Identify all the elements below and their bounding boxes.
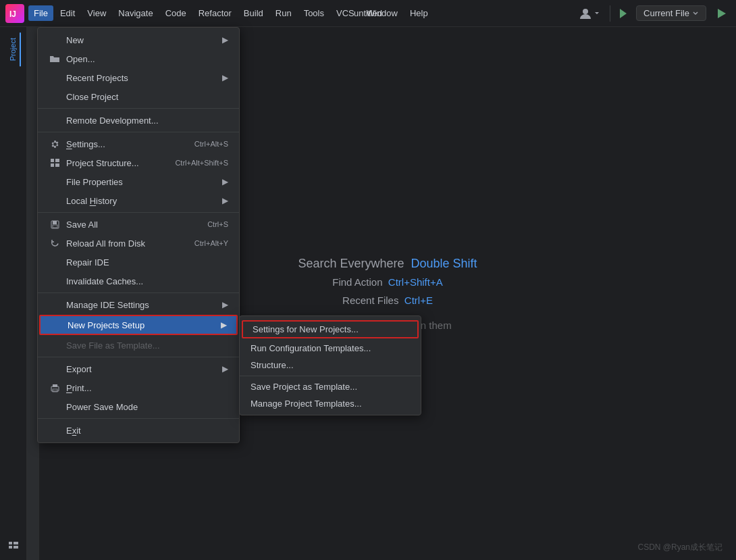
svg-marker-2 bbox=[718, 9, 726, 18]
menu-item-open[interactable]: Open... bbox=[38, 49, 239, 68]
svg-rect-10 bbox=[55, 163, 59, 167]
menu-run[interactable]: Run bbox=[270, 5, 297, 21]
run-button[interactable] bbox=[712, 4, 731, 23]
menu-item-manage-project-templates[interactable]: Manage Project Templates... bbox=[240, 395, 421, 412]
menu-item-save-file-template: Save File as Template... bbox=[38, 336, 239, 355]
separator-3 bbox=[38, 212, 239, 213]
menu-item-new[interactable]: New ▶ bbox=[38, 30, 239, 49]
submenu-arrow: ▶ bbox=[222, 73, 228, 82]
menu-item-new-projects-setup[interactable]: New Projects Setup ▶ bbox=[39, 315, 238, 335]
svg-rect-15 bbox=[53, 384, 57, 387]
menu-code[interactable]: Code bbox=[160, 5, 192, 21]
run-config-dropdown[interactable]: Current File bbox=[636, 5, 706, 21]
menu-help[interactable]: Help bbox=[404, 5, 433, 21]
repair-icon bbox=[49, 256, 61, 268]
menu-item-local-history[interactable]: Local History ▶ bbox=[38, 191, 239, 210]
invalidate-icon bbox=[49, 275, 61, 287]
menu-item-print[interactable]: Print... bbox=[38, 378, 239, 397]
menu-item-close-project[interactable]: Close Project bbox=[38, 87, 239, 106]
recent-icon bbox=[49, 72, 61, 84]
new-icon bbox=[49, 34, 61, 46]
exit-icon bbox=[49, 424, 61, 436]
menu-item-structure[interactable]: Structure... bbox=[240, 357, 421, 374]
menu-item-settings-new-projects[interactable]: Settings for New Projects... bbox=[242, 320, 419, 338]
submenu-arrow: ▶ bbox=[222, 35, 228, 45]
menu-item-save-project-template[interactable]: Save Project as Template... bbox=[240, 378, 421, 395]
svg-rect-12 bbox=[53, 221, 57, 224]
title-bar: IJ File Edit View Navigate Code Refactor… bbox=[0, 0, 736, 27]
menu-tools[interactable]: Tools bbox=[298, 5, 330, 21]
window-title: untitled bbox=[354, 8, 382, 18]
menu-item-file-properties[interactable]: File Properties ▶ bbox=[38, 172, 239, 191]
template-icon bbox=[49, 339, 61, 351]
svg-rect-9 bbox=[55, 159, 59, 162]
submenu-separator bbox=[240, 376, 421, 376]
title-bar-right: Current File bbox=[575, 4, 731, 23]
menu-build[interactable]: Build bbox=[238, 5, 269, 21]
close-project-icon bbox=[49, 91, 61, 103]
separator-5 bbox=[38, 357, 239, 357]
recent-files-hint: Recent Files Ctrl+E bbox=[298, 295, 477, 306]
power-icon bbox=[49, 401, 61, 413]
menu-edit[interactable]: Edit bbox=[55, 5, 80, 21]
submenu-arrow: ▶ bbox=[222, 300, 228, 309]
separator-6 bbox=[38, 418, 239, 419]
vcs-icon bbox=[616, 6, 631, 21]
file-menu: New ▶ Open... Recent Projects ▶ Close Pr… bbox=[37, 27, 240, 443]
remote-icon bbox=[49, 114, 61, 126]
svg-rect-8 bbox=[51, 163, 54, 167]
menu-item-exit[interactable]: Exit bbox=[38, 421, 239, 440]
menu-item-invalidate-caches[interactable]: Invalidate Caches... bbox=[38, 272, 239, 290]
save-icon bbox=[49, 218, 61, 230]
svg-rect-5 bbox=[14, 542, 18, 544]
print-icon bbox=[49, 382, 61, 394]
reload-icon bbox=[49, 237, 61, 249]
menu-item-project-structure[interactable]: Project Structure... Ctrl+Alt+Shift+S bbox=[38, 153, 239, 172]
menu-view[interactable]: View bbox=[82, 5, 111, 21]
sidebar-tab-project[interactable]: Project bbox=[6, 32, 21, 66]
menu-item-recent-projects[interactable]: Recent Projects ▶ bbox=[38, 68, 239, 87]
submenu-arrow: ▶ bbox=[222, 177, 228, 186]
menu-item-power-save-mode[interactable]: Power Save Mode bbox=[38, 397, 239, 416]
new-projects-icon bbox=[50, 319, 62, 331]
svg-rect-13 bbox=[53, 225, 57, 228]
app-logo: IJ bbox=[5, 4, 24, 23]
menu-navigate[interactable]: Navigate bbox=[113, 5, 158, 21]
svg-point-1 bbox=[583, 9, 588, 14]
search-everywhere-hint: Search Everywhere Double Shift bbox=[298, 257, 477, 271]
svg-rect-4 bbox=[9, 546, 12, 549]
separator-1 bbox=[38, 108, 239, 109]
new-projects-submenu: Settings for New Projects... Run Configu… bbox=[239, 315, 421, 415]
watermark: CSDN @Ryan成长笔记 bbox=[637, 542, 722, 553]
menu-item-settings[interactable]: Settings... Ctrl+Alt+S bbox=[38, 134, 239, 153]
menu-item-remote-development[interactable]: Remote Development... bbox=[38, 111, 239, 130]
gear-icon bbox=[49, 138, 61, 150]
svg-rect-3 bbox=[9, 542, 12, 544]
menu-item-manage-ide-settings[interactable]: Manage IDE Settings ▶ bbox=[38, 295, 239, 314]
menu-file[interactable]: File bbox=[28, 5, 53, 21]
history-icon bbox=[49, 195, 61, 207]
structure-icon bbox=[49, 157, 61, 169]
submenu-arrow: ▶ bbox=[222, 364, 228, 374]
svg-rect-6 bbox=[14, 546, 18, 549]
user-account-button[interactable] bbox=[575, 5, 604, 22]
menu-refactor[interactable]: Refactor bbox=[193, 5, 237, 21]
submenu-arrow: ▶ bbox=[221, 320, 227, 330]
find-action-hint: Find Action Ctrl+Shift+A bbox=[298, 276, 477, 288]
left-sidebar: Project bbox=[0, 27, 27, 560]
svg-text:IJ: IJ bbox=[9, 9, 16, 19]
submenu-arrow: ▶ bbox=[222, 196, 228, 205]
menu-item-save-all[interactable]: Save All Ctrl+S bbox=[38, 215, 239, 234]
separator-2 bbox=[38, 132, 239, 132]
separator-4 bbox=[38, 292, 239, 293]
menu-item-repair-ide[interactable]: Repair IDE bbox=[38, 253, 239, 272]
sidebar-icon-structure[interactable] bbox=[3, 536, 24, 557]
menu-item-export[interactable]: Export ▶ bbox=[38, 359, 239, 378]
file-properties-icon bbox=[49, 176, 61, 188]
menu-item-run-config-templates[interactable]: Run Configuration Templates... bbox=[240, 340, 421, 357]
menu-item-reload-all[interactable]: Reload All from Disk Ctrl+Alt+Y bbox=[38, 234, 239, 253]
folder-icon bbox=[49, 53, 61, 65]
svg-rect-7 bbox=[51, 159, 54, 162]
manage-icon bbox=[49, 299, 61, 311]
export-icon bbox=[49, 363, 61, 375]
